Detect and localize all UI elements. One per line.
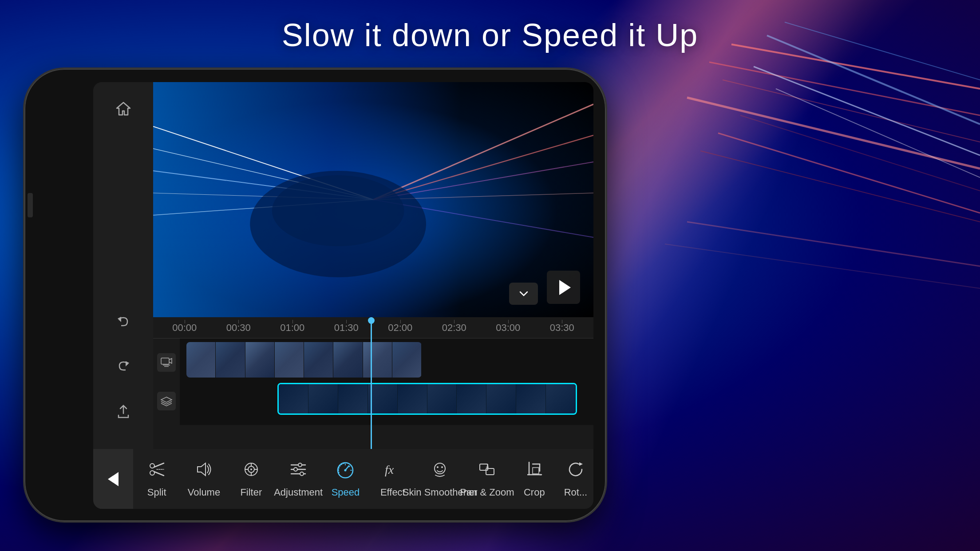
ruler-mark-0030: 00:30 (212, 322, 266, 334)
sec-thumb-6 (427, 384, 457, 413)
chevron-dropdown-button[interactable] (509, 283, 538, 305)
sec-thumb-4 (368, 384, 398, 413)
crop-icon (525, 460, 544, 482)
pan-zoom-label: Pan & Zoom (460, 487, 514, 498)
filter-label: Filter (240, 487, 262, 498)
toolbar-item-effect[interactable]: fx Effect (369, 449, 416, 509)
toolbar-item-volume[interactable]: Volume (180, 449, 227, 509)
svg-marker-13 (118, 317, 121, 322)
svg-rect-70 (533, 468, 539, 474)
toolbar-items-container: Split Volume (133, 449, 593, 509)
rotate-label: Rot... (564, 487, 588, 498)
volume-icon (194, 460, 213, 482)
video-thumb-2 (216, 342, 245, 378)
ruler-mark-0330: 03:30 (535, 322, 589, 334)
video-track[interactable] (180, 342, 593, 378)
speed-icon (335, 460, 356, 482)
left-sidebar (93, 82, 153, 509)
svg-rect-63 (486, 468, 494, 475)
toolbar-item-filter[interactable]: Filter (228, 449, 275, 509)
sidebar-home-button[interactable] (110, 95, 137, 122)
sec-thumb-1 (279, 384, 308, 413)
crop-label: Crop (524, 487, 545, 498)
video-preview-area (153, 82, 593, 317)
sec-thumb-2 (308, 384, 338, 413)
timeline-tracks (153, 338, 593, 425)
volume-label: Volume (188, 487, 220, 498)
toolbar-item-speed[interactable]: Speed (322, 449, 369, 509)
toolbar-back-button[interactable] (93, 449, 133, 509)
face-icon (430, 460, 450, 482)
svg-point-60 (437, 466, 439, 468)
playhead-head (368, 317, 375, 324)
video-track-icon (157, 353, 176, 372)
page-title: Slow it down or Speed it Up (0, 17, 980, 53)
svg-point-49 (298, 463, 302, 467)
phone-device: 00:00 00:30 01:00 01:30 02:00 02:30 03:0… (24, 69, 606, 521)
ruler-mark-0000: 00:00 (158, 322, 212, 334)
split-label: Split (147, 487, 166, 498)
svg-point-30 (272, 175, 404, 246)
sec-thumb-9 (516, 384, 546, 413)
back-arrow-icon (108, 472, 119, 486)
svg-marker-73 (579, 462, 583, 466)
toolbar-item-crop[interactable]: Crop (511, 449, 558, 509)
toolbar-item-rotate[interactable]: Rot... (558, 449, 593, 509)
ruler-mark-0300: 03:00 (481, 322, 535, 334)
light-streaks-svg (153, 82, 593, 317)
video-thumb-4 (275, 342, 304, 378)
svg-point-51 (300, 472, 304, 476)
toolbar-item-skin-smoothener[interactable]: Skin Smoothener (416, 449, 463, 509)
play-button[interactable] (547, 271, 580, 304)
speed-label: Speed (332, 487, 360, 498)
svg-line-37 (154, 472, 164, 476)
toolbar-item-pan-zoom[interactable]: Pan & Zoom (463, 449, 510, 509)
video-thumb-8 (392, 342, 422, 378)
play-triangle-icon (559, 280, 571, 295)
video-track-inner (186, 342, 422, 378)
sidebar-undo-button[interactable] (110, 309, 137, 336)
track-icons-column (153, 338, 180, 425)
svg-rect-31 (161, 358, 169, 364)
svg-point-41 (250, 468, 252, 470)
svg-point-50 (294, 468, 297, 471)
svg-line-24 (373, 104, 593, 200)
fx-icon: fx (383, 460, 403, 482)
video-thumb-6 (333, 342, 363, 378)
sec-thumb-3 (338, 384, 368, 413)
effect-label: Effect (380, 487, 405, 498)
adjustment-label: Adjustment (274, 487, 323, 498)
sec-thumb-10 (546, 384, 576, 413)
video-thumb-3 (245, 342, 275, 378)
ruler-mark-0230: 02:30 (427, 322, 482, 334)
layers-track-icon (157, 392, 176, 410)
video-thumb-7 (363, 342, 392, 378)
filter-icon (241, 460, 261, 482)
rotate-icon (566, 460, 585, 482)
svg-text:fx: fx (385, 463, 394, 476)
video-preview (153, 82, 593, 317)
adjustment-icon (288, 460, 308, 482)
secondary-track[interactable] (180, 383, 593, 418)
sidebar-redo-button[interactable] (110, 354, 137, 380)
timeline-playhead[interactable] (371, 317, 372, 449)
phone-screen: 00:00 00:30 01:00 01:30 02:00 02:30 03:0… (93, 82, 593, 509)
ruler-mark-0130: 01:30 (320, 322, 374, 334)
svg-line-36 (154, 463, 164, 467)
pan-zoom-icon (477, 460, 497, 482)
video-thumb-5 (304, 342, 333, 378)
svg-point-54 (344, 469, 347, 472)
phone-body: 00:00 00:30 01:00 01:30 02:00 02:30 03:0… (24, 69, 606, 521)
svg-point-61 (441, 466, 443, 468)
toolbar-item-adjustment[interactable]: Adjustment (275, 449, 322, 509)
bottom-toolbar: Split Volume (93, 449, 593, 509)
sec-thumb-5 (398, 384, 427, 413)
secondary-track-inner (277, 383, 577, 415)
ruler-mark-0100: 01:00 (265, 322, 320, 334)
sec-thumb-8 (486, 384, 516, 413)
svg-marker-14 (126, 361, 129, 366)
toolbar-item-split[interactable]: Split (133, 449, 180, 509)
sidebar-export-button[interactable] (110, 398, 137, 425)
ruler-mark-0200: 02:00 (373, 322, 427, 334)
scissors-icon (147, 460, 166, 482)
